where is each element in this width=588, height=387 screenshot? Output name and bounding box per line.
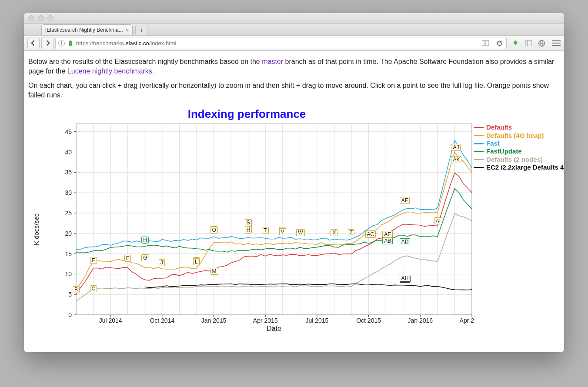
svg-text:40: 40 — [65, 149, 72, 156]
chart-annotation[interactable]: C — [90, 285, 97, 292]
legend-swatch — [474, 167, 484, 168]
y-axis-label: K docs/sec — [33, 214, 40, 245]
lock-icon — [67, 40, 74, 46]
chart-annotation[interactable]: AB — [382, 237, 393, 244]
legend-item[interactable]: Defaults (4G heap) — [474, 132, 564, 140]
chart-annotation[interactable]: X — [331, 229, 337, 236]
svg-rect-1 — [486, 40, 489, 46]
svg-text:Oct 2015: Oct 2015 — [356, 317, 381, 324]
legend-label: Defaults (2 nodes) — [486, 156, 543, 163]
legend-swatch — [474, 159, 484, 160]
chart-annotation[interactable]: T — [262, 227, 268, 234]
legend-item[interactable]: FastUpdate — [474, 147, 564, 155]
legend-swatch — [474, 135, 484, 136]
traffic-light-min[interactable] — [38, 15, 44, 21]
svg-text:0: 0 — [68, 311, 72, 318]
legend-item[interactable]: EC2 i2.2xlarge Defaults 4G — [474, 163, 564, 171]
svg-text:Jan 2015: Jan 2015 — [201, 317, 227, 324]
svg-rect-2 — [525, 40, 532, 46]
chart-annotation[interactable]: AI — [434, 217, 442, 224]
chart-annotation[interactable]: AD — [400, 238, 411, 245]
legend-item[interactable]: Defaults — [474, 123, 564, 131]
url-text: https://benchmarks.elastic.co/index.html — [76, 40, 177, 47]
svg-text:35: 35 — [65, 169, 72, 176]
forward-button[interactable] — [41, 37, 53, 49]
svg-text:5: 5 — [68, 291, 72, 298]
chart-legend: DefaultsDefaults (4G heap)FastFastUpdate… — [474, 123, 564, 171]
chart-title: Indexing performance — [46, 107, 448, 121]
browser-tab[interactable]: [Elasticsearch Nightly Benchma... × — [41, 24, 133, 35]
arrow-left-icon — [30, 40, 37, 46]
browser-toolbar: i https://benchmarks.elastic.co/index.ht… — [24, 36, 564, 51]
chart-annotation[interactable]: B — [73, 286, 80, 293]
legend-label: Defaults (4G heap) — [486, 132, 544, 140]
legend-swatch — [474, 151, 484, 152]
chart-annotation[interactable]: S — [245, 219, 252, 226]
link-lucene-benchmarks[interactable]: Lucene nightly benchmarks — [67, 67, 152, 75]
arrow-right-icon — [44, 40, 50, 46]
svg-text:25: 25 — [65, 210, 72, 217]
window-titlebar — [24, 13, 564, 24]
info-icon: i — [58, 40, 65, 47]
legend-item[interactable]: Fast — [474, 140, 564, 147]
chart-annotation[interactable]: AE — [382, 231, 393, 238]
legend-label: EC2 i2.2xlarge Defaults 4G — [486, 163, 564, 171]
chart-annotation[interactable]: H — [141, 237, 149, 244]
legend-label: Fast — [486, 140, 500, 147]
menu-button[interactable] — [552, 40, 561, 46]
chart-annotation[interactable]: L — [193, 258, 200, 265]
legend-swatch — [474, 143, 484, 144]
tab-label: [Elasticsearch Nightly Benchma... — [45, 27, 123, 33]
chart-annotation[interactable]: AK — [451, 156, 461, 163]
browser-window: [Elasticsearch Nightly Benchma... × + i … — [24, 13, 564, 352]
back-button[interactable] — [27, 37, 40, 49]
chart-annotation[interactable]: G — [141, 254, 149, 261]
link-master[interactable]: master — [262, 58, 283, 65]
chart-annotation[interactable]: F — [124, 255, 131, 262]
chart-annotation[interactable]: J — [159, 259, 165, 266]
chart-annotation[interactable]: V — [279, 228, 286, 235]
svg-text:Apr 2016: Apr 2016 — [460, 317, 474, 324]
reload-button[interactable] — [495, 39, 504, 47]
chart-annotation[interactable]: R — [245, 227, 252, 234]
svg-text:45: 45 — [65, 128, 72, 135]
svg-text:Apr 2015: Apr 2015 — [253, 317, 278, 324]
chart-annotation[interactable]: Z — [348, 229, 354, 236]
chart-annotation[interactable]: AJ — [451, 144, 461, 151]
legend-label: Defaults — [486, 123, 512, 131]
svg-text:Jan 2016: Jan 2016 — [408, 317, 433, 324]
intro-paragraph-1: Below are the results of the Elasticsear… — [28, 57, 560, 76]
chart-annotation[interactable]: O — [210, 227, 218, 234]
svg-text:10: 10 — [65, 271, 72, 278]
chart-annotation[interactable]: AH — [400, 275, 411, 282]
legend-item[interactable]: Defaults (2 nodes) — [474, 156, 564, 163]
svg-rect-0 — [482, 40, 485, 46]
chart-annotation[interactable]: E — [90, 257, 97, 264]
url-bar[interactable]: i https://benchmarks.elastic.co/index.ht… — [55, 37, 507, 49]
extension-icon[interactable]: ✸ — [511, 39, 520, 47]
sidebar-icon[interactable] — [524, 39, 533, 47]
svg-text:30: 30 — [65, 190, 72, 197]
svg-text:15: 15 — [65, 250, 72, 257]
legend-swatch — [474, 127, 484, 128]
traffic-light-max[interactable] — [47, 15, 53, 21]
tabstrip: [Elasticsearch Nightly Benchma... × + — [24, 24, 564, 36]
svg-text:Jul 2015: Jul 2015 — [305, 317, 328, 324]
svg-text:Oct 2014: Oct 2014 — [150, 317, 174, 324]
legend-label: FastUpdate — [486, 147, 522, 155]
svg-text:Date: Date — [267, 325, 281, 332]
svg-text:Jul 2014: Jul 2014 — [99, 317, 122, 324]
chart-annotation[interactable]: M — [210, 268, 218, 275]
reader-mode-icon[interactable] — [481, 39, 490, 47]
page-content: Below are the results of the Elasticsear… — [24, 51, 564, 352]
intro-paragraph-2: On each chart, you can click + drag (ver… — [28, 81, 560, 100]
globe-icon[interactable] — [537, 39, 546, 47]
new-tab-button[interactable]: + — [135, 25, 147, 35]
close-tab-icon[interactable]: × — [126, 27, 129, 33]
svg-text:20: 20 — [65, 230, 72, 237]
traffic-light-close[interactable] — [28, 15, 34, 21]
chart-area[interactable]: K docs/sec Jul 2014Oct 2014Jan 2015Apr 2… — [33, 123, 560, 332]
chart-annotation[interactable]: W — [296, 229, 304, 236]
chart-annotation[interactable]: AC — [365, 231, 376, 238]
chart-annotation[interactable]: AF — [400, 197, 410, 204]
